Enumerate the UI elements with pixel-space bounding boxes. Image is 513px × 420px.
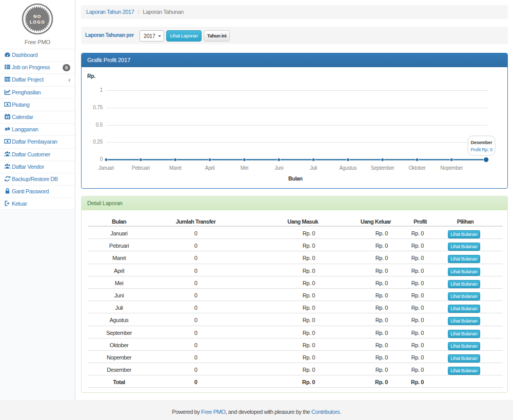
- svg-text:LOGO: LOGO: [30, 19, 45, 25]
- svg-text:NO: NO: [33, 14, 41, 19]
